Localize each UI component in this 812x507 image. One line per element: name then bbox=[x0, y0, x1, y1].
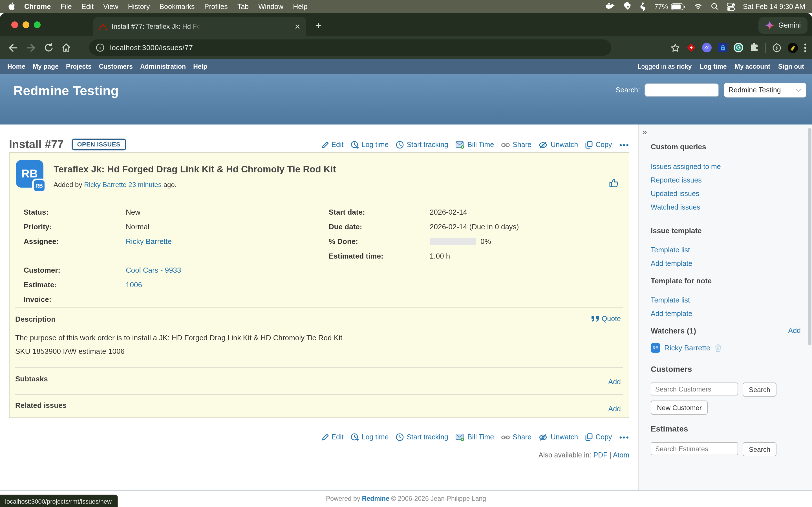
pdf-link[interactable]: PDF bbox=[594, 451, 608, 459]
start-tracking-link-bottom[interactable]: Start tracking bbox=[396, 433, 448, 441]
battery-indicator[interactable]: 77% bbox=[654, 3, 685, 10]
battery-saver-icon[interactable] bbox=[772, 43, 781, 52]
extension-icon-red[interactable] bbox=[686, 43, 696, 52]
site-info-icon[interactable] bbox=[96, 43, 104, 52]
copy-link-bottom[interactable]: Copy bbox=[585, 433, 612, 441]
thumbs-up-icon[interactable] bbox=[609, 179, 619, 187]
issue-template-add-link[interactable]: Add template bbox=[651, 259, 692, 269]
scrollbar-thumb[interactable] bbox=[808, 128, 811, 345]
bookmark-star-icon[interactable] bbox=[670, 43, 680, 52]
menu-file[interactable]: File bbox=[60, 3, 71, 10]
edit-link-bottom[interactable]: Edit bbox=[321, 433, 343, 441]
new-customer-button[interactable]: New Customer bbox=[651, 400, 708, 414]
log-time-link[interactable]: Log time bbox=[351, 141, 389, 149]
menubar-app-icon-3[interactable] bbox=[640, 2, 646, 11]
atom-link[interactable]: Atom bbox=[613, 451, 629, 459]
author-link[interactable]: Ricky Barrette bbox=[84, 181, 126, 189]
forward-button[interactable] bbox=[26, 43, 36, 52]
issue-template-list-link[interactable]: Template list bbox=[651, 245, 692, 255]
nav-my-page[interactable]: My page bbox=[33, 63, 59, 70]
reload-button[interactable] bbox=[44, 43, 54, 52]
menu-edit[interactable]: Edit bbox=[82, 3, 94, 10]
nav-home[interactable]: Home bbox=[7, 63, 26, 70]
docker-icon[interactable] bbox=[606, 3, 615, 10]
control-center-icon[interactable] bbox=[726, 3, 734, 10]
new-tab-button[interactable]: + bbox=[316, 21, 321, 31]
nav-projects[interactable]: Projects bbox=[66, 63, 92, 70]
window-close-button[interactable] bbox=[11, 21, 18, 28]
nav-help[interactable]: Help bbox=[193, 63, 207, 70]
menu-profiles[interactable]: Profiles bbox=[204, 3, 228, 10]
back-button[interactable] bbox=[8, 43, 18, 52]
bill-time-link-bottom[interactable]: Bill Time bbox=[456, 433, 494, 441]
tab-close-icon[interactable]: ✕ bbox=[294, 22, 301, 31]
note-template-add-link[interactable]: Add template bbox=[651, 309, 692, 319]
edit-link[interactable]: Edit bbox=[321, 141, 343, 149]
nav-my-account[interactable]: My account bbox=[734, 63, 770, 70]
watcher-name-link[interactable]: Ricky Barrette bbox=[664, 344, 710, 352]
customer-link[interactable]: Cool Cars - 9933 bbox=[126, 266, 181, 274]
menubar-app-name[interactable]: Chrome bbox=[24, 3, 51, 10]
estimate-link[interactable]: 1006 bbox=[126, 280, 142, 289]
menubar-app-icon-2[interactable] bbox=[624, 2, 632, 11]
grammarly-icon[interactable]: G bbox=[733, 43, 743, 52]
window-zoom-button[interactable] bbox=[34, 21, 41, 28]
age-link[interactable]: 23 minutes bbox=[129, 181, 161, 189]
apple-menu-icon[interactable] bbox=[8, 2, 15, 11]
nav-sign-out[interactable]: Sign out bbox=[778, 63, 804, 70]
query-reported-issues[interactable]: Reported issues bbox=[651, 175, 721, 185]
profile-avatar[interactable] bbox=[788, 43, 798, 53]
search-customers-button[interactable]: Search bbox=[743, 383, 776, 397]
address-bar[interactable]: localhost:3000/issues/77 bbox=[89, 40, 611, 56]
add-watcher-link[interactable]: Add bbox=[788, 327, 801, 335]
menu-bookmarks[interactable]: Bookmarks bbox=[159, 3, 195, 10]
quick-search-input[interactable] bbox=[645, 83, 719, 97]
unwatch-link-bottom[interactable]: Unwatch bbox=[539, 433, 578, 441]
menubar-clock[interactable]: Sat Feb 14 9:30 AM bbox=[743, 3, 805, 10]
search-estimates-input[interactable] bbox=[651, 442, 738, 455]
add-related-issue-link[interactable]: Add bbox=[608, 405, 621, 413]
extension-icon-lock[interactable] bbox=[718, 43, 727, 52]
share-link-bottom[interactable]: Share bbox=[501, 433, 531, 441]
menu-help[interactable]: Help bbox=[293, 3, 307, 10]
nav-log-time[interactable]: Log time bbox=[700, 63, 727, 70]
extension-icon-purple[interactable] bbox=[702, 43, 712, 52]
search-customers-input[interactable] bbox=[651, 383, 738, 395]
query-watched-issues[interactable]: Watched issues bbox=[651, 203, 721, 213]
share-link[interactable]: Share bbox=[501, 141, 531, 149]
spotlight-search-icon[interactable] bbox=[711, 3, 718, 10]
quote-link[interactable]: Quote bbox=[592, 315, 621, 323]
menu-view[interactable]: View bbox=[103, 3, 118, 10]
home-button[interactable] bbox=[61, 43, 71, 52]
browser-tab[interactable]: Install #77: Teraflex Jk: Hd Fo ✕ bbox=[93, 17, 306, 36]
priority-label: Priority: bbox=[24, 222, 126, 231]
wifi-icon[interactable] bbox=[693, 3, 702, 10]
unwatch-link[interactable]: Unwatch bbox=[539, 141, 578, 149]
sidebar-collapse-icon[interactable]: » bbox=[642, 127, 647, 136]
menu-window[interactable]: Window bbox=[258, 3, 283, 10]
assignee-link[interactable]: Ricky Barrette bbox=[126, 237, 172, 245]
more-actions-button[interactable]: ••• bbox=[619, 140, 629, 149]
query-updated-issues[interactable]: Updated issues bbox=[651, 189, 721, 199]
note-template-list-link[interactable]: Template list bbox=[651, 295, 692, 305]
bill-time-link[interactable]: Bill Time bbox=[456, 141, 494, 149]
add-subtask-link[interactable]: Add bbox=[608, 378, 621, 386]
delete-watcher-icon[interactable] bbox=[714, 344, 721, 352]
search-estimates-button[interactable]: Search bbox=[743, 442, 776, 456]
query-assigned-to-me[interactable]: Issues assigned to me bbox=[651, 162, 721, 172]
window-minimize-button[interactable] bbox=[22, 21, 29, 28]
start-tracking-link[interactable]: Start tracking bbox=[396, 141, 448, 149]
copy-link[interactable]: Copy bbox=[585, 141, 612, 149]
extensions-puzzle-icon[interactable] bbox=[749, 43, 759, 52]
menu-tab[interactable]: Tab bbox=[238, 3, 249, 10]
gemini-button[interactable]: Gemini bbox=[759, 17, 808, 34]
log-time-link-bottom[interactable]: Log time bbox=[351, 433, 389, 441]
project-jump-select[interactable]: Redmine Testing bbox=[724, 83, 806, 98]
redmine-link[interactable]: Redmine bbox=[362, 495, 389, 502]
browser-menu-kebab-icon[interactable] bbox=[804, 43, 806, 52]
open-issues-badge[interactable]: OPEN ISSUES bbox=[71, 138, 126, 151]
nav-administration[interactable]: Administration bbox=[140, 63, 186, 70]
more-actions-button-bottom[interactable]: ••• bbox=[619, 433, 629, 442]
menu-history[interactable]: History bbox=[128, 3, 150, 10]
nav-customers[interactable]: Customers bbox=[99, 63, 133, 70]
